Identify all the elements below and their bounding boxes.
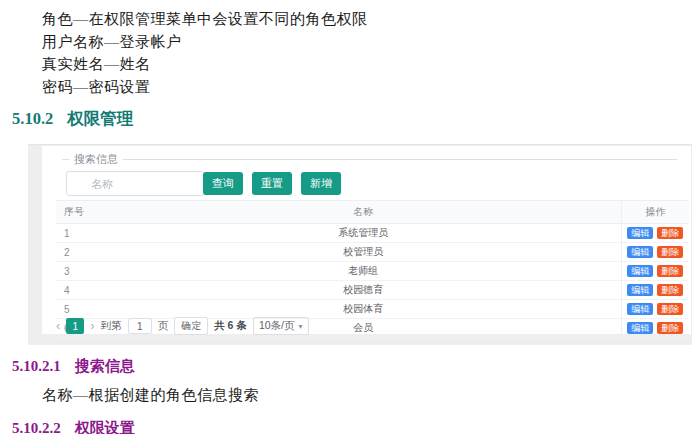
role-name: 系统管理员	[106, 224, 621, 243]
subsection-number: 5.10.2.2	[12, 420, 61, 434]
table-row: 4 校园德育 编辑删除	[56, 281, 689, 300]
table-row: 3 老师组 编辑删除	[56, 262, 689, 281]
role-name: 校园德育	[106, 281, 621, 300]
section-heading-permission-management: 5.10.2权限管理	[12, 108, 700, 130]
query-button[interactable]: 查询	[203, 172, 243, 195]
pagination-bar: ‹ 1 › 到第 页 确定 共 6 条 10条/页 ▾	[56, 317, 309, 335]
delete-button[interactable]: 删除	[657, 227, 683, 239]
column-header-index: 序号	[56, 201, 106, 224]
role-name: 老师组	[106, 262, 621, 281]
per-page-select[interactable]: 10条/页 ▾	[253, 317, 309, 335]
subsection-title: 搜索信息	[75, 358, 135, 374]
column-header-name: 名称	[106, 201, 621, 224]
section-title: 权限管理	[67, 109, 133, 128]
embedded-screenshot: 搜索信息 查询 重置 新增 序号 名称 操作 1 系统管理员 编辑删除	[28, 144, 692, 345]
add-button[interactable]: 新增	[301, 172, 341, 195]
subsection-heading-search-info: 5.10.2.1搜索信息	[12, 357, 700, 376]
delete-button[interactable]: 删除	[657, 246, 683, 258]
total-count-label: 共 6 条	[214, 319, 247, 333]
edit-button[interactable]: 编辑	[627, 265, 653, 277]
role-name: 校园体育	[106, 300, 621, 319]
role-name: 校管理员	[106, 243, 621, 262]
subsection-heading-permission-setting: 5.10.2.2权限设置	[12, 419, 700, 434]
table-row: 2 校管理员 编辑删除	[56, 243, 689, 262]
edit-button[interactable]: 编辑	[627, 303, 653, 315]
delete-button[interactable]: 删除	[657, 284, 683, 296]
delete-button[interactable]: 删除	[657, 303, 683, 315]
reset-button[interactable]: 重置	[252, 172, 292, 195]
subsection-title: 权限设置	[75, 420, 135, 434]
delete-button[interactable]: 删除	[657, 322, 683, 334]
row-index: 1	[56, 224, 106, 243]
current-page-button[interactable]: 1	[66, 318, 84, 334]
search-button-row: 查询 重置 新增	[203, 172, 341, 195]
search-section-legend: 搜索信息	[69, 152, 123, 167]
subsection-number: 5.10.2.1	[12, 358, 61, 374]
edit-button[interactable]: 编辑	[627, 322, 653, 334]
edit-button[interactable]: 编辑	[627, 246, 653, 258]
edit-button[interactable]: 编辑	[627, 227, 653, 239]
doc-line-password: 密码—密码设置	[42, 76, 700, 99]
doc-line-username: 用户名称—登录帐户	[42, 31, 700, 54]
table-row: 5 校园体育 编辑删除	[56, 300, 689, 319]
page-unit-label: 页	[158, 319, 169, 333]
doc-line-realname: 真实姓名—姓名	[42, 53, 700, 76]
edit-button[interactable]: 编辑	[627, 284, 653, 296]
prev-page-icon[interactable]: ‹	[56, 318, 60, 334]
fieldset-divider	[62, 159, 677, 160]
row-index: 2	[56, 243, 106, 262]
section-number: 5.10.2	[12, 109, 53, 128]
doc-line-search-desc: 名称—根据创建的角色信息搜索	[42, 386, 700, 405]
delete-button[interactable]: 删除	[657, 265, 683, 277]
column-header-action: 操作	[621, 201, 689, 224]
caret-down-icon: ▾	[298, 322, 302, 331]
table-header-row: 序号 名称 操作	[56, 201, 689, 224]
doc-line-role: 角色—在权限管理菜单中会设置不同的角色权限	[42, 8, 700, 31]
row-index: 5	[56, 300, 106, 319]
goto-label: 到第	[101, 319, 122, 333]
screenshot-panel: 搜索信息 查询 重置 新增 序号 名称 操作 1 系统管理员 编辑删除	[41, 145, 692, 335]
row-index: 4	[56, 281, 106, 300]
per-page-value: 10条/页	[259, 319, 295, 333]
row-index: 3	[56, 262, 106, 281]
next-page-icon[interactable]: ›	[90, 318, 94, 334]
goto-page-input[interactable]	[128, 318, 152, 334]
confirm-button[interactable]: 确定	[174, 317, 208, 335]
search-input[interactable]	[66, 171, 204, 196]
table-row: 1 系统管理员 编辑删除	[56, 224, 689, 243]
doc-intro: 角色—在权限管理菜单中会设置不同的角色权限 用户名称—登录帐户 真实姓名—姓名 …	[0, 0, 700, 98]
